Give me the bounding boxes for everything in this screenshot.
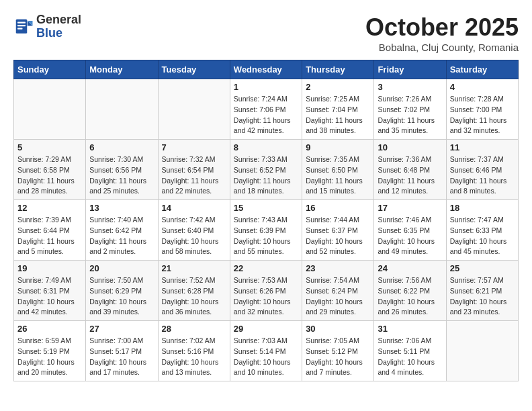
calendar-day-header-monday: Monday	[86, 60, 158, 79]
calendar-week-row-4: 19Sunrise: 7:49 AM Sunset: 6:31 PM Dayli…	[14, 261, 519, 321]
logo-icon	[13, 17, 34, 37]
calendar-cell: 13Sunrise: 7:40 AM Sunset: 6:42 PM Dayli…	[86, 200, 158, 261]
calendar-cell: 7Sunrise: 7:32 AM Sunset: 6:54 PM Daylig…	[158, 140, 230, 200]
day-number: 20	[89, 263, 154, 273]
day-info: Sunrise: 7:50 AM Sunset: 6:29 PM Dayligh…	[89, 275, 154, 318]
day-number: 15	[234, 203, 298, 213]
day-number: 22	[234, 263, 298, 273]
day-number: 1	[234, 82, 298, 92]
day-number: 25	[450, 263, 515, 273]
day-info: Sunrise: 7:46 AM Sunset: 6:35 PM Dayligh…	[378, 215, 442, 257]
day-info: Sunrise: 7:44 AM Sunset: 6:37 PM Dayligh…	[306, 215, 370, 257]
calendar-cell: 10Sunrise: 7:36 AM Sunset: 6:48 PM Dayli…	[374, 140, 446, 200]
day-info: Sunrise: 7:29 AM Sunset: 6:58 PM Dayligh…	[17, 154, 82, 197]
day-number: 24	[378, 263, 442, 273]
logo-blue: Blue	[36, 27, 81, 40]
calendar-day-header-tuesday: Tuesday	[158, 60, 230, 79]
month-title: October 2025	[365, 13, 519, 42]
day-number: 19	[17, 263, 82, 273]
day-info: Sunrise: 7:43 AM Sunset: 6:39 PM Dayligh…	[234, 215, 298, 257]
calendar-table: SundayMondayTuesdayWednesdayThursdayFrid…	[13, 60, 519, 381]
day-info: Sunrise: 7:57 AM Sunset: 6:21 PM Dayligh…	[450, 275, 515, 318]
day-info: Sunrise: 7:28 AM Sunset: 7:00 PM Dayligh…	[450, 94, 515, 136]
day-number: 8	[234, 142, 298, 152]
day-number: 6	[89, 142, 154, 152]
day-number: 4	[450, 82, 515, 92]
day-info: Sunrise: 7:05 AM Sunset: 5:12 PM Dayligh…	[306, 336, 370, 378]
day-number: 3	[378, 82, 442, 92]
calendar-cell: 25Sunrise: 7:57 AM Sunset: 6:21 PM Dayli…	[446, 261, 518, 321]
day-number: 11	[450, 142, 515, 152]
location-subtitle: Bobalna, Cluj County, Romania	[365, 42, 519, 53]
calendar-cell: 18Sunrise: 7:47 AM Sunset: 6:33 PM Dayli…	[446, 200, 518, 261]
day-info: Sunrise: 7:25 AM Sunset: 7:04 PM Dayligh…	[306, 94, 370, 136]
svg-rect-4	[17, 21, 26, 23]
day-info: Sunrise: 7:40 AM Sunset: 6:42 PM Dayligh…	[89, 215, 154, 257]
day-info: Sunrise: 7:52 AM Sunset: 6:28 PM Dayligh…	[162, 275, 226, 318]
calendar-cell: 14Sunrise: 7:42 AM Sunset: 6:40 PM Dayli…	[158, 200, 230, 261]
day-info: Sunrise: 6:59 AM Sunset: 5:19 PM Dayligh…	[17, 336, 82, 378]
calendar-cell: 3Sunrise: 7:26 AM Sunset: 7:02 PM Daylig…	[374, 79, 446, 140]
day-info: Sunrise: 7:00 AM Sunset: 5:17 PM Dayligh…	[89, 336, 154, 378]
calendar-cell: 2Sunrise: 7:25 AM Sunset: 7:04 PM Daylig…	[302, 79, 374, 140]
calendar-cell: 16Sunrise: 7:44 AM Sunset: 6:37 PM Dayli…	[302, 200, 374, 261]
day-number: 29	[234, 324, 298, 334]
calendar-cell: 24Sunrise: 7:56 AM Sunset: 6:22 PM Dayli…	[374, 261, 446, 321]
calendar-week-row-1: 1Sunrise: 7:24 AM Sunset: 7:06 PM Daylig…	[14, 79, 519, 140]
day-number: 23	[306, 263, 370, 273]
calendar-day-header-thursday: Thursday	[302, 60, 374, 79]
logo-general: General	[36, 13, 81, 27]
calendar-cell: 5Sunrise: 7:29 AM Sunset: 6:58 PM Daylig…	[14, 140, 86, 200]
calendar-header-row: SundayMondayTuesdayWednesdayThursdayFrid…	[14, 60, 519, 79]
calendar-week-row-3: 12Sunrise: 7:39 AM Sunset: 6:44 PM Dayli…	[14, 200, 519, 261]
day-info: Sunrise: 7:35 AM Sunset: 6:50 PM Dayligh…	[306, 154, 370, 197]
calendar-cell: 31Sunrise: 7:06 AM Sunset: 5:11 PM Dayli…	[374, 321, 446, 381]
calendar-cell: 22Sunrise: 7:53 AM Sunset: 6:26 PM Dayli…	[230, 261, 302, 321]
calendar-cell	[446, 321, 518, 381]
day-number: 17	[378, 203, 442, 213]
calendar-cell	[14, 79, 86, 140]
calendar-cell: 15Sunrise: 7:43 AM Sunset: 6:39 PM Dayli…	[230, 200, 302, 261]
calendar-cell: 28Sunrise: 7:02 AM Sunset: 5:16 PM Dayli…	[158, 321, 230, 381]
calendar-cell	[86, 79, 158, 140]
day-number: 14	[162, 203, 226, 213]
day-number: 7	[162, 142, 226, 152]
day-info: Sunrise: 7:47 AM Sunset: 6:33 PM Dayligh…	[450, 215, 515, 257]
day-info: Sunrise: 7:54 AM Sunset: 6:24 PM Dayligh…	[306, 275, 370, 318]
calendar-cell: 29Sunrise: 7:03 AM Sunset: 5:14 PM Dayli…	[230, 321, 302, 381]
day-number: 26	[17, 324, 82, 334]
day-number: 2	[306, 82, 370, 92]
day-number: 30	[306, 324, 370, 334]
day-number: 9	[306, 142, 370, 152]
day-info: Sunrise: 7:02 AM Sunset: 5:16 PM Dayligh…	[162, 336, 226, 378]
calendar-cell: 23Sunrise: 7:54 AM Sunset: 6:24 PM Dayli…	[302, 261, 374, 321]
calendar-cell: 17Sunrise: 7:46 AM Sunset: 6:35 PM Dayli…	[374, 200, 446, 261]
page-header: General Blue October 2025 Bobalna, Cluj …	[13, 13, 519, 53]
calendar-cell: 30Sunrise: 7:05 AM Sunset: 5:12 PM Dayli…	[302, 321, 374, 381]
day-info: Sunrise: 7:39 AM Sunset: 6:44 PM Dayligh…	[17, 215, 82, 257]
day-info: Sunrise: 7:36 AM Sunset: 6:48 PM Dayligh…	[378, 154, 442, 197]
svg-rect-5	[17, 25, 26, 26]
day-number: 16	[306, 203, 370, 213]
calendar-day-header-saturday: Saturday	[446, 60, 518, 79]
day-info: Sunrise: 7:37 AM Sunset: 6:46 PM Dayligh…	[450, 154, 515, 197]
day-number: 5	[17, 142, 82, 152]
calendar-cell: 12Sunrise: 7:39 AM Sunset: 6:44 PM Dayli…	[14, 200, 86, 261]
calendar-cell: 19Sunrise: 7:49 AM Sunset: 6:31 PM Dayli…	[14, 261, 86, 321]
day-info: Sunrise: 7:42 AM Sunset: 6:40 PM Dayligh…	[162, 215, 226, 257]
day-info: Sunrise: 7:30 AM Sunset: 6:56 PM Dayligh…	[89, 154, 154, 197]
logo: General Blue	[13, 13, 81, 40]
day-number: 28	[162, 324, 226, 334]
day-info: Sunrise: 7:24 AM Sunset: 7:06 PM Dayligh…	[234, 94, 298, 136]
calendar-day-header-sunday: Sunday	[14, 60, 86, 79]
calendar-cell: 11Sunrise: 7:37 AM Sunset: 6:46 PM Dayli…	[446, 140, 518, 200]
day-info: Sunrise: 7:49 AM Sunset: 6:31 PM Dayligh…	[17, 275, 82, 318]
calendar-cell: 20Sunrise: 7:50 AM Sunset: 6:29 PM Dayli…	[86, 261, 158, 321]
day-info: Sunrise: 7:26 AM Sunset: 7:02 PM Dayligh…	[378, 94, 442, 136]
calendar-cell: 21Sunrise: 7:52 AM Sunset: 6:28 PM Dayli…	[158, 261, 230, 321]
calendar-day-header-friday: Friday	[374, 60, 446, 79]
day-info: Sunrise: 7:56 AM Sunset: 6:22 PM Dayligh…	[378, 275, 442, 318]
calendar-week-row-5: 26Sunrise: 6:59 AM Sunset: 5:19 PM Dayli…	[14, 321, 519, 381]
day-number: 13	[89, 203, 154, 213]
day-number: 31	[378, 324, 442, 334]
